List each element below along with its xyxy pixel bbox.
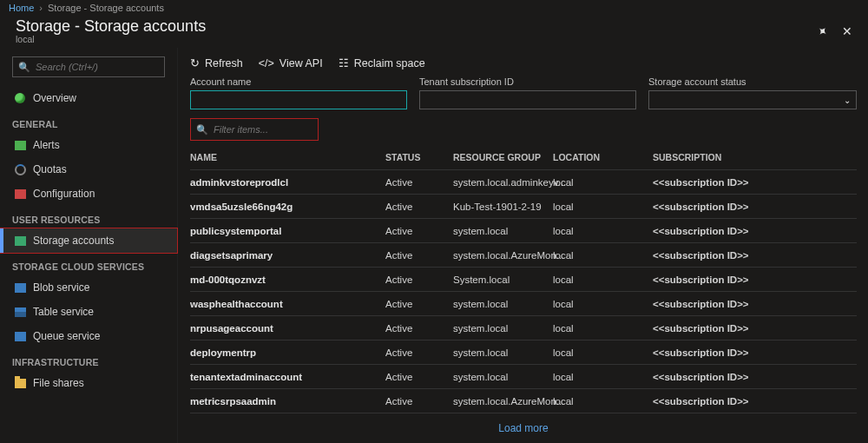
cell-status: Active	[385, 299, 453, 309]
sidebar-item-overview[interactable]: Overview	[0, 86, 177, 110]
cell-location: local	[553, 274, 653, 285]
toolbar-label: Refresh	[205, 57, 243, 69]
toolbar-label: Reclaim space	[354, 57, 425, 69]
col-location[interactable]: LOCATION	[553, 152, 653, 162]
quotas-icon	[14, 163, 26, 175]
close-icon[interactable]: ✕	[842, 24, 852, 38]
storage-table: NAME STATUS RESOURCE GROUP LOCATION SUBS…	[183, 148, 864, 443]
cell-subscription: <<subscription ID>>	[653, 177, 844, 188]
reclaim-space-button[interactable]: ☷ Reclaim space	[339, 56, 425, 69]
cell-location: local	[553, 323, 653, 334]
col-status[interactable]: STATUS	[385, 152, 453, 162]
sidebar-item-label: Blob service	[33, 281, 89, 294]
sidebar-item-configuration[interactable]: Configuration	[0, 182, 177, 206]
col-subscription[interactable]: SUBSCRIPTION	[653, 152, 844, 162]
filter-label-tenant-sub: Tenant subscription ID	[419, 76, 636, 87]
cell-name: metricsrpsaadmin	[190, 396, 385, 407]
filter-items-box[interactable]: 🔍	[190, 118, 319, 141]
refresh-icon: ↻	[190, 56, 200, 69]
table-row[interactable]: wasphealthaccountActivesystem.locallocal…	[190, 292, 857, 316]
sidebar-search-input[interactable]	[36, 62, 159, 72]
table-row[interactable]: md-000tqoznvztActiveSystem.locallocal<<s…	[190, 268, 857, 292]
cell-status: Active	[385, 396, 453, 407]
search-icon: 🔍	[196, 124, 208, 136]
cell-location: local	[553, 299, 653, 309]
status-select[interactable]: ⌄	[648, 90, 857, 109]
cell-location: local	[553, 202, 653, 212]
storage-icon	[14, 235, 26, 247]
cell-name: tenantextadminaccount	[190, 372, 385, 382]
globe-icon	[14, 92, 26, 104]
cell-name: vmdsa5uzsle66ng42g	[190, 202, 385, 212]
sidebar-item-table[interactable]: Table service	[0, 300, 177, 324]
cell-name: diagsetsaprimary	[190, 250, 385, 261]
table-row[interactable]: adminkvstoreprodlclActivesystem.local.ad…	[190, 170, 857, 195]
cell-location: local	[553, 177, 653, 188]
table-row[interactable]: publicsystemportalActivesystem.localloca…	[190, 219, 857, 243]
breadcrumb: Home › Storage - Storage accounts	[0, 0, 868, 16]
toolbar: ↻ Refresh </> View API ☷ Reclaim space	[183, 48, 864, 76]
breadcrumb-current: Storage - Storage accounts	[48, 3, 164, 13]
cell-rg: system.local	[453, 347, 553, 358]
cell-rg: system.local	[453, 299, 553, 309]
cell-status: Active	[385, 250, 453, 261]
sidebar-item-quotas[interactable]: Quotas	[0, 157, 177, 182]
main-content: ↻ Refresh </> View API ☷ Reclaim space A…	[178, 48, 868, 443]
refresh-button[interactable]: ↻ Refresh	[190, 56, 243, 69]
sidebar-item-fileshares[interactable]: File shares	[0, 371, 177, 395]
cell-rg: system.local.adminkeyv...	[453, 177, 553, 188]
cell-status: Active	[385, 274, 453, 285]
cell-location: local	[553, 372, 653, 382]
sidebar-section-storage-cloud: STORAGE CLOUD SERVICES	[0, 253, 177, 275]
cell-name: adminkvstoreprodlcl	[190, 177, 385, 188]
cell-subscription: <<subscription ID>>	[653, 250, 844, 261]
cell-name: deploymentrp	[190, 347, 385, 358]
sidebar-item-alerts[interactable]: Alerts	[0, 133, 177, 157]
table-row[interactable]: metricsrpsaadminActivesystem.local.Azure…	[190, 389, 857, 413]
sidebar-item-storage-accounts[interactable]: Storage accounts	[0, 228, 177, 253]
cell-status: Active	[385, 323, 453, 334]
load-more-link[interactable]: Load more	[190, 413, 857, 443]
blob-icon	[14, 281, 26, 294]
table-row[interactable]: deploymentrpActivesystem.locallocal<<sub…	[190, 341, 857, 365]
queue-icon	[14, 330, 26, 342]
col-rg[interactable]: RESOURCE GROUP	[453, 152, 553, 162]
cell-location: local	[553, 347, 653, 358]
pin-icon[interactable]: ✦	[814, 23, 831, 40]
table-header: NAME STATUS RESOURCE GROUP LOCATION SUBS…	[190, 148, 857, 170]
breadcrumb-home[interactable]: Home	[9, 3, 34, 13]
cell-status: Active	[385, 202, 453, 212]
sidebar: 🔍 Overview GENERAL Alerts Quotas Configu…	[0, 48, 178, 443]
tenant-subscription-input[interactable]	[419, 90, 636, 109]
table-row[interactable]: tenantextadminaccountActivesystem.locall…	[190, 365, 857, 389]
search-icon: 🔍	[18, 62, 30, 73]
cell-status: Active	[385, 347, 453, 358]
filter-input[interactable]	[214, 124, 312, 135]
col-name[interactable]: NAME	[190, 152, 385, 162]
account-name-input[interactable]	[190, 90, 407, 109]
table-row[interactable]: nrpusageaccountActivesystem.locallocal<<…	[190, 316, 857, 341]
table-row[interactable]: diagsetsaprimaryActivesystem.local.Azure…	[190, 243, 857, 268]
toolbar-label: View API	[279, 57, 323, 69]
chevron-down-icon: ⌄	[844, 96, 851, 105]
sidebar-item-label: Overview	[33, 92, 76, 104]
sidebar-section-infrastructure: INFRASTRUCTURE	[0, 348, 177, 371]
cell-subscription: <<subscription ID>>	[653, 372, 844, 382]
cell-subscription: <<subscription ID>>	[653, 396, 844, 407]
cell-subscription: <<subscription ID>>	[653, 323, 844, 334]
sidebar-search[interactable]: 🔍	[12, 56, 165, 77]
sidebar-item-label: Table service	[33, 306, 94, 318]
view-api-button[interactable]: </> View API	[259, 57, 323, 69]
chevron-right-icon: ›	[39, 3, 43, 13]
sidebar-item-queue[interactable]: Queue service	[0, 324, 177, 348]
cell-name: wasphealthaccount	[190, 299, 385, 309]
cell-status: Active	[385, 177, 453, 188]
settings-icon: ☷	[339, 56, 349, 69]
sidebar-section-user-resources: USER RESOURCES	[0, 206, 177, 228]
config-icon	[14, 188, 26, 200]
sidebar-item-blob[interactable]: Blob service	[0, 275, 177, 300]
cell-rg: Kub-Test-1901-2-19	[453, 202, 553, 212]
cell-subscription: <<subscription ID>>	[653, 347, 844, 358]
cell-status: Active	[385, 226, 453, 236]
table-row[interactable]: vmdsa5uzsle66ng42gActiveKub-Test-1901-2-…	[190, 195, 857, 219]
